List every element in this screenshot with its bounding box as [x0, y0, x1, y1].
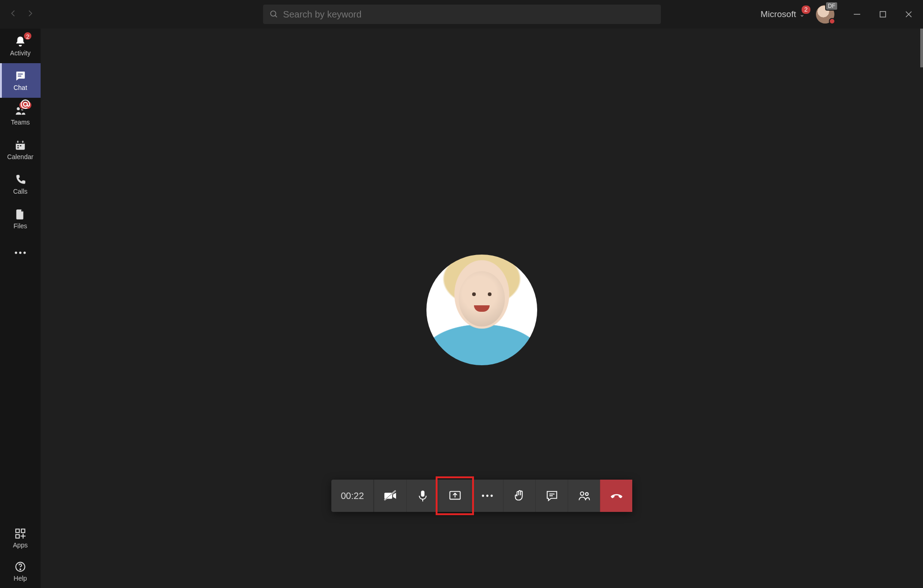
- phone-icon: [14, 174, 26, 186]
- svg-line-1: [275, 15, 277, 17]
- svg-rect-3: [880, 12, 886, 17]
- svg-rect-22: [21, 529, 25, 533]
- calendar-icon: [14, 139, 26, 151]
- camera-off-icon: [384, 489, 397, 503]
- svg-point-20: [24, 251, 26, 254]
- svg-point-0: [270, 11, 276, 16]
- rail-item-help[interactable]: Help: [0, 555, 41, 588]
- rail-item-activity[interactable]: Activity 2: [0, 29, 41, 63]
- microphone-icon: [416, 489, 430, 503]
- rail-label: Calendar: [7, 153, 34, 160]
- svg-point-34: [486, 495, 488, 497]
- activity-badge: 2: [23, 31, 32, 41]
- rail-label: Files: [13, 222, 27, 230]
- user-avatar[interactable]: DF: [816, 5, 834, 24]
- call-timer: 00:22: [331, 480, 374, 512]
- share-screen-button[interactable]: [438, 480, 471, 512]
- window-controls: [852, 9, 914, 19]
- rail-item-chat[interactable]: Chat: [0, 63, 41, 98]
- svg-rect-21: [16, 529, 19, 533]
- rail-item-teams[interactable]: Teams: [0, 98, 41, 132]
- more-icon: [480, 489, 494, 503]
- svg-rect-12: [16, 142, 25, 143]
- minimize-button[interactable]: [852, 9, 862, 19]
- share-screen-icon: [448, 489, 462, 503]
- toggle-chat-button[interactable]: [535, 480, 568, 512]
- chat-icon: [14, 70, 26, 82]
- svg-rect-7: [18, 75, 22, 76]
- svg-point-27: [20, 569, 21, 570]
- presence-status-icon: [829, 18, 835, 24]
- history-nav: [0, 9, 34, 19]
- rail-label: Help: [14, 575, 27, 582]
- people-icon: [577, 489, 591, 503]
- rail-label: Apps: [13, 541, 28, 549]
- titlebar-right: Microsoft ⌄ 2 DF: [761, 0, 923, 29]
- back-button[interactable]: [9, 9, 18, 19]
- participant-avatar: [426, 255, 537, 365]
- org-switcher[interactable]: Microsoft ⌄ 2: [761, 9, 805, 19]
- call-area: 00:22: [41, 29, 923, 588]
- svg-rect-17: [18, 147, 19, 148]
- avatar-initials: DF: [825, 1, 838, 11]
- help-icon: [14, 561, 26, 573]
- rail-item-files[interactable]: Files: [0, 202, 41, 236]
- svg-rect-6: [18, 73, 23, 74]
- more-actions-button[interactable]: [471, 480, 503, 512]
- svg-point-38: [580, 492, 584, 496]
- svg-rect-16: [20, 145, 21, 146]
- toggle-camera-button[interactable]: [374, 480, 406, 512]
- app-rail: Activity 2 Chat Teams Calendar Calls Fil…: [0, 29, 41, 588]
- rail-item-calls[interactable]: Calls: [0, 167, 41, 202]
- svg-point-35: [490, 495, 492, 497]
- svg-rect-15: [18, 145, 19, 146]
- hang-up-button[interactable]: [600, 480, 632, 512]
- hang-up-icon: [609, 489, 624, 503]
- rail-label: Calls: [13, 188, 27, 195]
- rail-item-calendar[interactable]: Calendar: [0, 132, 41, 167]
- org-notification-badge: 2: [801, 5, 811, 15]
- rail-bottom: Apps Help: [0, 522, 41, 588]
- svg-point-18: [15, 251, 17, 254]
- forward-button[interactable]: [26, 9, 34, 19]
- svg-point-19: [19, 251, 21, 254]
- titlebar: Microsoft ⌄ 2 DF: [0, 0, 923, 29]
- more-icon: [14, 247, 27, 259]
- rail-label: Activity: [10, 49, 30, 57]
- search-icon: [270, 10, 278, 19]
- search-box[interactable]: [263, 5, 661, 24]
- raise-hand-button[interactable]: [503, 480, 535, 512]
- svg-point-39: [585, 493, 588, 495]
- svg-rect-32: [450, 492, 460, 499]
- call-toolbar: 00:22: [331, 480, 632, 512]
- show-participants-button[interactable]: [568, 480, 600, 512]
- svg-rect-30: [421, 491, 425, 497]
- file-icon: [14, 208, 26, 220]
- maximize-button[interactable]: [878, 9, 888, 19]
- hand-icon: [513, 489, 527, 503]
- rail-item-more[interactable]: [0, 236, 41, 271]
- rail-label: Chat: [13, 84, 27, 91]
- org-label-text: Microsoft: [761, 9, 796, 19]
- chat-bubble-icon: [545, 489, 559, 503]
- teams-mention-badge: [18, 101, 32, 110]
- svg-point-33: [482, 495, 484, 497]
- close-window-button[interactable]: [904, 9, 914, 19]
- svg-rect-23: [16, 535, 19, 538]
- svg-point-10: [24, 102, 27, 106]
- at-icon: [19, 98, 31, 110]
- scrollbar-thumb[interactable]: [920, 29, 923, 67]
- rail-item-apps[interactable]: Apps: [0, 522, 41, 555]
- toggle-mic-button[interactable]: [406, 480, 438, 512]
- search-input[interactable]: [283, 9, 654, 20]
- rail-label: Teams: [11, 119, 30, 126]
- apps-icon: [14, 528, 26, 540]
